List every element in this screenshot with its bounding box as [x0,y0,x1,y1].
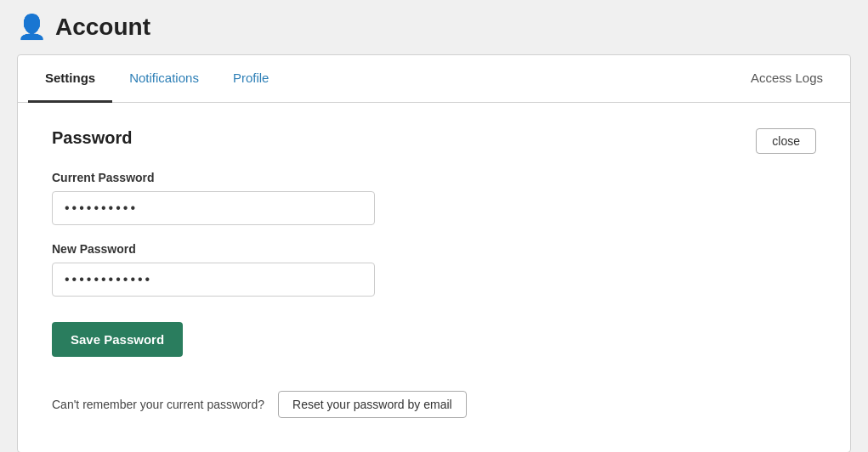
tab-notifications[interactable]: Notifications [112,55,216,103]
account-icon: 👤 [17,15,47,39]
tabs-header: Settings Notifications Profile Access Lo… [18,55,850,103]
new-password-label: New Password [52,242,816,256]
page-title: Account [55,14,150,41]
tab-spacer [286,55,734,102]
page-header: 👤 Account [17,14,851,41]
current-password-label: Current Password [52,171,816,184]
section-header: Password close [52,128,816,154]
new-password-group: New Password [52,242,816,297]
new-password-input[interactable] [52,263,375,297]
tabs-container: Settings Notifications Profile Access Lo… [17,54,851,452]
tab-profile[interactable]: Profile [216,55,286,103]
current-password-input[interactable] [52,191,375,225]
reset-password-button[interactable]: Reset your password by email [278,391,467,418]
save-password-button[interactable]: Save Password [52,322,183,357]
close-button[interactable]: close [756,128,816,154]
section-title: Password [52,128,132,148]
current-password-group: Current Password [52,171,816,225]
tab-access-logs[interactable]: Access Logs [734,55,840,103]
reset-text: Can't remember your current password? [52,398,264,411]
reset-password-row: Can't remember your current password? Re… [52,391,816,418]
tab-settings[interactable]: Settings [28,55,112,103]
tab-content-settings: Password close Current Password New Pass… [18,103,850,452]
